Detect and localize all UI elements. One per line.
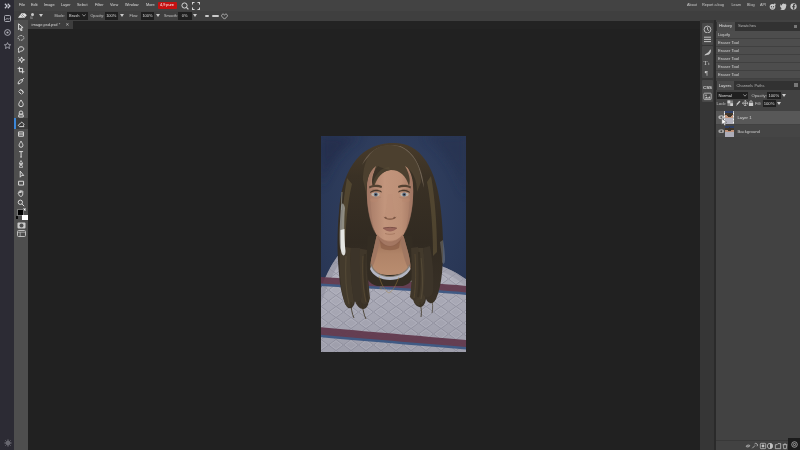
svg-text:CSS: CSS [703,84,712,89]
svg-text:T: T [703,59,707,66]
svg-text:¶: ¶ [704,69,708,77]
